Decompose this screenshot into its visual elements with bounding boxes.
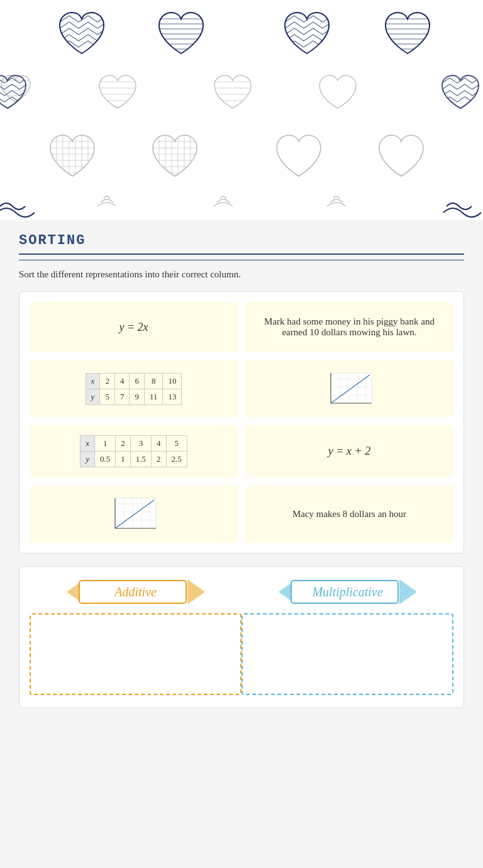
multiplicative-zone-wrapper: Multiplicative — [242, 577, 453, 695]
table-1-val-7: 7 — [114, 389, 130, 404]
card-graph-1[interactable] — [245, 360, 453, 418]
mini-graph-2 — [109, 495, 159, 533]
table-1-col-10: 10 — [163, 373, 182, 389]
table-2-val-1: 1 — [116, 452, 131, 467]
table-2-val-25: 2.5 — [166, 452, 187, 467]
main-content: SORTING Sort the different representatio… — [0, 220, 483, 868]
card-equation-2x[interactable]: y = 2x — [30, 302, 238, 352]
card-graph-2[interactable] — [30, 485, 238, 543]
table-1-val-13: 13 — [163, 389, 182, 404]
additive-zone-wrapper: Additive — [30, 577, 242, 695]
table-1-col-2: 2 — [100, 373, 115, 389]
table-2-col-4: 4 — [152, 436, 167, 452]
svg-marker-80 — [399, 579, 417, 604]
table-1-col-8: 8 — [144, 373, 163, 389]
table-2: x 1 2 3 4 5 y 0.5 1 1.5 2 2.5 — [80, 435, 187, 467]
table-2-col-3: 3 — [130, 436, 151, 452]
table-2-val-15: 1.5 — [130, 452, 151, 467]
table-1-col-6: 6 — [130, 373, 145, 389]
table-2-val-05: 0.5 — [95, 452, 116, 467]
card-table-2[interactable]: x 1 2 3 4 5 y 0.5 1 1.5 2 2.5 — [30, 425, 238, 477]
table-1-val-5: 5 — [100, 389, 115, 404]
table-2-col-5: 5 — [166, 436, 187, 452]
card-text-macy[interactable]: Macy makes 8 dollars an hour — [245, 485, 453, 543]
sorting-instructions: Sort the different representations into … — [19, 269, 464, 280]
table-2-col-2: 2 — [116, 436, 131, 452]
drop-zones-container: Additive Multiplicative — [19, 566, 464, 708]
cards-container: y = 2x Mark had some money in his piggy … — [19, 291, 464, 554]
table-2-col-1: 1 — [95, 436, 116, 452]
table-1: x 2 4 6 8 10 y 5 7 9 11 13 — [86, 373, 182, 405]
svg-marker-77 — [187, 579, 205, 604]
table-1-header-x: x — [86, 373, 100, 389]
multiplicative-label: Multiplicative — [312, 585, 382, 599]
card-6-text: y = x + 2 — [328, 445, 370, 458]
table-1-header-y: y — [86, 389, 100, 404]
card-equation-xplus2[interactable]: y = x + 2 — [245, 425, 453, 477]
table-2-header-y: y — [80, 452, 95, 467]
table-1-val-9: 9 — [130, 389, 145, 404]
card-8-text: Macy makes 8 dollars an hour — [292, 509, 406, 520]
table-1-val-11: 11 — [144, 389, 163, 404]
mini-graph-1 — [325, 370, 375, 408]
multiplicative-ribbon: Multiplicative — [279, 577, 417, 607]
table-2-val-2: 2 — [152, 452, 167, 467]
hearts-background — [0, 0, 483, 220]
additive-drop-area[interactable] — [30, 613, 242, 695]
multiplicative-drop-area[interactable] — [242, 613, 453, 695]
card-1-text: y = 2x — [119, 321, 148, 334]
table-1-col-4: 4 — [114, 373, 130, 389]
table-2-header-x: x — [80, 436, 95, 452]
card-text-mark[interactable]: Mark had some money in his piggy bank an… — [245, 302, 453, 352]
card-table-1[interactable]: x 2 4 6 8 10 y 5 7 9 11 13 — [30, 360, 238, 418]
additive-label: Additive — [114, 585, 157, 599]
additive-ribbon: Additive — [67, 577, 205, 607]
card-2-text: Mark had some money in his piggy bank an… — [255, 316, 443, 338]
sorting-title: SORTING — [19, 233, 464, 255]
